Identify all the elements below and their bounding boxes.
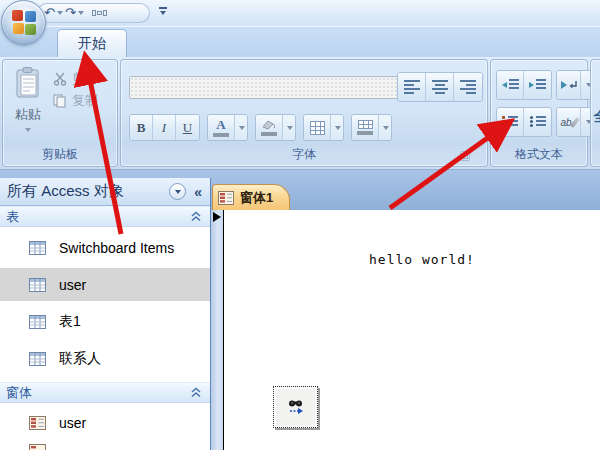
redo-button[interactable]: ↷ [65,4,84,22]
fill-color-button[interactable] [255,114,296,141]
tab-home[interactable]: 开始 [57,29,127,57]
align-left-icon [404,80,420,94]
title-bar: ↶ ↷ [0,0,600,27]
scissors-icon [53,72,67,86]
size-to-fit-icon[interactable] [92,10,107,16]
current-record-arrow-icon [213,212,221,222]
font-color-icon: A [216,119,225,131]
nav-menu-button[interactable] [169,183,186,200]
decrease-indent-button[interactable] [497,71,524,99]
form-icon [218,191,234,205]
chevron-down-icon [160,11,166,15]
numbered-list-icon [502,116,518,128]
binoculars-find-icon [286,398,306,416]
ribbon-tab-strip: 开始 [0,27,600,57]
table-icon [29,241,46,255]
italic-button[interactable]: I [153,115,176,140]
table-icon [29,352,46,366]
align-center-icon [432,80,448,94]
increase-indent-icon [529,79,546,91]
group-format-text: ab 格式文本 [490,59,588,167]
increase-indent-button[interactable] [524,71,551,99]
nav-item-user-form[interactable]: user [0,406,210,439]
group-font: B I U A [120,59,488,167]
nav-pane-title: 所有 Access 对象 [0,182,169,201]
nav-pane-header[interactable]: 所有 Access 对象 « [0,178,210,206]
quick-access-toolbar: ↶ ↷ [37,3,150,23]
redo-icon: ↷ [65,4,76,22]
form-icon [29,444,46,450]
ribbon: 粘贴 剪切 [0,57,600,170]
document-tab-form1[interactable]: 窗体1 [212,184,290,210]
align-right-icon [460,80,476,94]
record-selector-bar[interactable] [211,210,224,450]
copy-button[interactable]: 复制 [53,90,98,112]
fill-color-dropdown[interactable] [282,115,295,140]
access-window: ↶ ↷ 开始 [0,0,600,450]
clipboard-icon [15,67,41,99]
nav-item-label: user [59,277,86,293]
office-logo-icon [12,10,37,36]
group-partial-right: 全 [590,59,600,167]
highlight-button[interactable]: ab [557,108,581,136]
collapse-chevron-icon[interactable] [190,387,202,398]
gridlines-button[interactable] [303,114,344,141]
chevron-down-icon [175,190,181,194]
paste-button[interactable]: 粘贴 [10,65,46,149]
nav-section-tables[interactable]: 表 [0,206,210,227]
align-left-button[interactable] [398,73,426,101]
form-icon [29,416,46,430]
shutter-close-button[interactable]: « [194,184,202,200]
nav-item-user-table[interactable]: user [0,268,210,301]
form-text-label: hello world! [369,252,475,267]
bold-button[interactable]: B [130,115,153,140]
nav-item-label: 表1 [59,313,81,331]
document-tab-label: 窗体1 [240,189,273,207]
form-view-area: hello world! [211,210,600,450]
align-right-button[interactable] [454,73,482,101]
office-button[interactable] [1,0,46,45]
nav-item-contacts[interactable]: 联系人 [0,342,210,375]
bulleted-list-icon [530,116,546,128]
alternate-fill-dropdown[interactable] [378,115,391,140]
gridlines-dropdown[interactable] [330,115,343,140]
gridlines-icon [310,121,325,135]
font-color-dropdown[interactable] [234,115,247,140]
paste-dropdown-icon[interactable] [25,128,31,132]
customize-qat-button[interactable] [156,5,170,21]
nav-item-label: Switchboard Items [59,240,174,256]
navigation-pane: 所有 Access 对象 « 表 Switch [0,178,211,450]
redo-dropdown-icon[interactable] [78,11,84,15]
nav-item-table1[interactable]: 表1 [0,305,210,338]
nav-section-forms-label: 窗体 [0,384,190,402]
collapse-chevron-icon[interactable] [190,211,202,222]
text-direction-icon [561,80,577,90]
table-icon [29,315,46,329]
clipboard-group-label: 剪贴板 [3,146,117,163]
group-clipboard: 粘贴 剪切 [2,59,118,167]
format-text-group-label: 格式文本 [491,146,587,163]
align-center-button[interactable] [426,73,454,101]
cut-label: 剪切 [72,70,98,88]
font-color-button[interactable]: A [207,114,248,141]
table-icon [29,278,46,292]
overline-icon [159,7,167,9]
copy-icon [53,94,67,108]
nav-item-label: 联系人 [59,350,101,368]
highlight-icon: ab [560,117,576,128]
nav-section-forms[interactable]: 窗体 [0,382,210,403]
alternate-fill-button[interactable] [351,114,392,141]
paint-bucket-icon [261,119,277,130]
find-command-button[interactable] [273,386,318,428]
underline-button[interactable]: U [176,115,199,140]
cut-button[interactable]: 剪切 [53,68,98,90]
nav-item-partial[interactable] [0,444,210,450]
bullets-button[interactable] [524,108,551,136]
paste-label: 粘贴 [10,106,46,124]
undo-dropdown-icon[interactable] [57,11,63,15]
numbering-button[interactable] [497,108,524,136]
undo-button[interactable]: ↶ [44,4,63,22]
text-direction-button[interactable] [557,71,581,99]
font-name-combobox[interactable] [129,76,429,99]
nav-item-switchboard-items[interactable]: Switchboard Items [0,231,210,264]
